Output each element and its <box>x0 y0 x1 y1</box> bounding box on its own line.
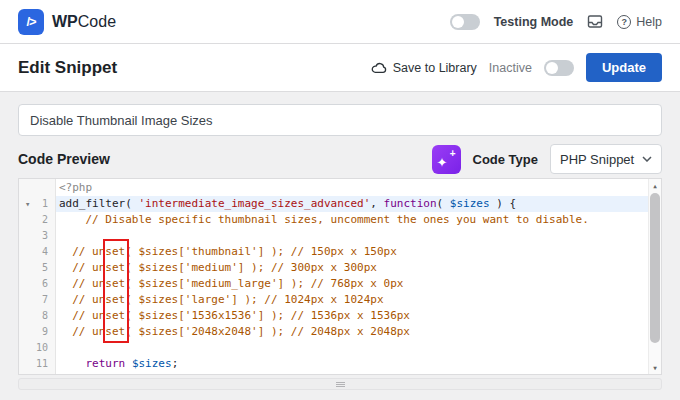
save-to-library-button[interactable]: Save to Library <box>371 61 477 75</box>
line-number: 5 <box>19 260 55 276</box>
brand-name: WPCode <box>52 13 116 31</box>
toggle-knob-icon <box>452 16 464 28</box>
code-line[interactable]: add_filter( 'intermediate_image_sizes_ad… <box>56 196 648 212</box>
question-mark-icon: ? <box>617 15 631 29</box>
active-status-toggle[interactable] <box>544 60 574 76</box>
testing-mode-toggle[interactable] <box>450 14 480 30</box>
page-header-actions: Save to Library Inactive Update <box>371 53 662 82</box>
line-number: 6 <box>19 276 55 292</box>
chevron-down-icon <box>642 156 652 162</box>
status-label: Inactive <box>489 61 532 75</box>
code-preview-heading: Code Preview <box>18 151 110 167</box>
line-number: 7 <box>19 292 55 308</box>
wpcode-edit-snippet-page: /> WPCode Testing Mode ? Help Edit Snipp… <box>0 0 680 400</box>
code-line[interactable] <box>56 228 648 244</box>
content-area: Code Preview ✦ + Code Type PHP Snippet ▾… <box>0 92 680 390</box>
line-number: 3 <box>19 228 55 244</box>
cloud-icon <box>371 61 387 74</box>
page-header: Edit Snippet Save to Library Inactive Up… <box>0 44 680 92</box>
help-label: Help <box>636 15 662 29</box>
snippet-title-input[interactable] <box>18 104 662 136</box>
scrollbar-thumb[interactable] <box>650 193 660 343</box>
line-number: 9 <box>19 324 55 340</box>
code-line[interactable]: // unset( $sizes['medium'] ); // 300px x… <box>56 260 648 276</box>
code-line[interactable]: // unset( $sizes['1536x1536'] ); // 1536… <box>56 308 648 324</box>
plus-icon: + <box>450 149 456 159</box>
line-number: 10 <box>19 340 55 356</box>
scroll-up-arrow-icon[interactable]: ▲ <box>649 182 661 189</box>
ai-generate-button[interactable]: ✦ + <box>432 145 461 174</box>
code-type-label: Code Type <box>473 152 539 167</box>
fold-arrow-icon[interactable]: ▾ <box>25 196 30 212</box>
line-number: ▾1 <box>19 196 55 212</box>
wpcode-brand: /> WPCode <box>18 9 116 35</box>
toggle-knob-icon <box>546 62 558 74</box>
help-button[interactable]: ? Help <box>617 15 662 29</box>
line-number: 8 <box>19 308 55 324</box>
editor-gutter: ▾1234567891011 <box>19 179 56 374</box>
top-bar: /> WPCode Testing Mode ? Help <box>0 0 680 44</box>
code-type-select[interactable]: PHP Snippet <box>550 144 662 174</box>
code-line[interactable] <box>56 340 648 356</box>
scroll-down-arrow-icon[interactable]: ▼ <box>649 364 661 371</box>
code-line[interactable]: return $sizes; <box>56 356 648 372</box>
inbox-icon[interactable] <box>587 14 603 29</box>
code-line[interactable]: // unset( $sizes['large'] ); // 1024px x… <box>56 292 648 308</box>
code-line[interactable]: // unset( $sizes['medium_large'] ); // 7… <box>56 276 648 292</box>
code-line[interactable]: // unset( $sizes['2048x2048'] ); // 2048… <box>56 324 648 340</box>
code-type-value: PHP Snippet <box>560 152 634 167</box>
line-number <box>19 180 55 196</box>
testing-mode-label: Testing Mode <box>494 15 574 29</box>
page-title: Edit Snippet <box>18 58 117 78</box>
line-number: 2 <box>19 212 55 228</box>
line-number: 11 <box>19 356 55 372</box>
update-button[interactable]: Update <box>586 53 662 82</box>
code-line[interactable]: // Disable specific thumbnail sizes, unc… <box>56 212 648 228</box>
resize-grip-icon[interactable] <box>336 382 345 387</box>
editor-horizontal-scrollbar[interactable] <box>18 378 662 390</box>
code-editor[interactable]: ▾1234567891011 <?phpadd_filter( 'interme… <box>18 178 662 375</box>
sparkle-icon: ✦ <box>437 156 448 169</box>
line-number: 4 <box>19 244 55 260</box>
wpcode-logo-icon: /> <box>18 9 44 35</box>
code-type-controls: ✦ + Code Type PHP Snippet <box>432 144 663 174</box>
save-to-library-label: Save to Library <box>393 61 477 75</box>
code-preview-header: Code Preview ✦ + Code Type PHP Snippet <box>18 144 662 174</box>
editor-vertical-scrollbar[interactable]: ▲ ▼ <box>648 179 661 374</box>
top-bar-actions: Testing Mode ? Help <box>450 14 662 30</box>
editor-code[interactable]: <?phpadd_filter( 'intermediate_image_siz… <box>56 179 648 374</box>
code-line[interactable]: // unset( $sizes['thumbnail'] ); // 150p… <box>56 244 648 260</box>
code-line[interactable]: <?php <box>56 180 648 196</box>
